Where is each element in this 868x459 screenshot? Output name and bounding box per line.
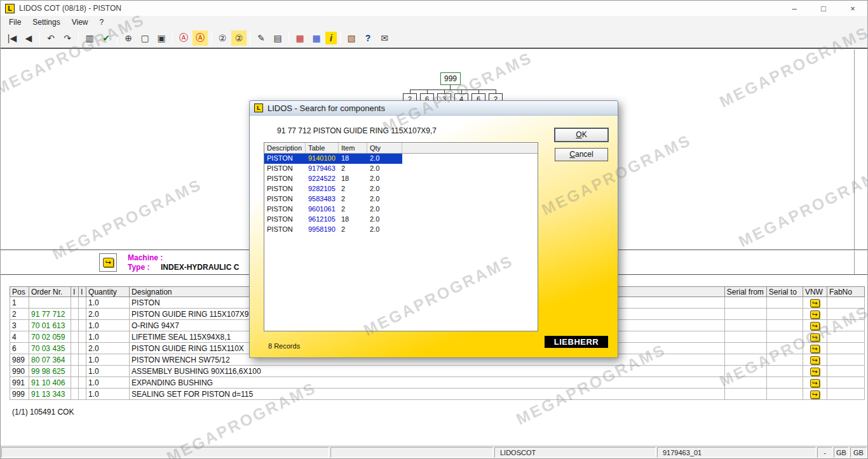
find-position-button[interactable]: ② — [215, 30, 230, 46]
col-serial-to[interactable]: Serial to — [766, 287, 803, 297]
vnw-cell[interactable]: ↪ — [803, 297, 827, 309]
vnw-link-icon[interactable]: ↪ — [810, 356, 820, 364]
vnw-link-icon[interactable]: ↪ — [810, 333, 820, 342]
close-button[interactable]: × — [838, 1, 867, 16]
component-row[interactable]: PISTON 9601061 2 2.0 — [264, 204, 402, 215]
col-table[interactable]: Table — [306, 143, 339, 153]
component-row[interactable]: PISTON 9179463 2 2.0 — [264, 164, 402, 174]
col-pos[interactable]: Pos — [10, 287, 29, 297]
area-divider — [854, 251, 855, 274]
find-position-next-button[interactable]: ② — [231, 30, 247, 46]
component-table-link[interactable]: 9612105 — [306, 215, 339, 225]
menu-file[interactable]: File — [3, 16, 27, 29]
order-number-cell: 70 01 613 — [29, 320, 71, 331]
col-description[interactable]: Description — [264, 143, 306, 153]
view-forward-button[interactable]: ↷ — [60, 30, 75, 46]
print-button[interactable]: ▤ — [270, 30, 285, 46]
component-table-link[interactable]: 9282105 — [306, 184, 339, 194]
maximize-button[interactable]: □ — [809, 1, 838, 16]
serial-to-cell — [766, 331, 803, 343]
parts-row[interactable]: 991 91 10 406 1.0 EXPANDING BUSHING ↪ — [10, 377, 865, 389]
component-table-link[interactable]: 9583483 — [306, 194, 339, 204]
vnw-cell[interactable]: ↪ — [803, 354, 827, 366]
hotspot-list-button[interactable]: ▦ — [309, 30, 324, 46]
component-row[interactable]: PISTON 9140100 18 2.0 — [264, 154, 402, 164]
menu-view[interactable]: View — [66, 16, 94, 29]
hotspot-999[interactable]: 999 — [440, 72, 461, 85]
fabno-cell — [827, 297, 864, 309]
parts-row[interactable]: 990 99 98 625 1.0 ASSEMBLY BUSHING 90X11… — [10, 366, 865, 377]
component-table-link[interactable]: 9958190 — [306, 225, 339, 235]
col-serial-from[interactable]: Serial from — [724, 287, 766, 297]
col-flag1[interactable]: I — [71, 287, 79, 297]
menu-settings[interactable]: Settings — [27, 16, 65, 29]
vnw-cell[interactable]: ↪ — [803, 309, 827, 320]
col-vnw[interactable]: VNW — [803, 287, 827, 297]
col-qty[interactable]: Qty — [367, 143, 402, 153]
component-table-link[interactable]: 9140100 — [306, 154, 339, 164]
vnw-cell[interactable]: ↪ — [803, 377, 827, 389]
zoom-icon[interactable]: ⊕ — [121, 30, 136, 46]
vnw-cell[interactable]: ↪ — [803, 331, 827, 343]
pos-cell: 3 — [10, 320, 29, 331]
col-item[interactable]: Item — [339, 143, 367, 153]
selected-part-label: 91 77 712 PISTON GUIDE RING 115X107X9,7 — [277, 126, 437, 135]
col-flag2[interactable]: I — [79, 287, 86, 297]
component-item: 2 — [339, 184, 367, 194]
fit-width-button[interactable]: ▣ — [154, 30, 169, 46]
fabno-cell — [827, 331, 864, 343]
component-description: PISTON — [264, 194, 306, 204]
component-row[interactable]: PISTON 9224522 18 2.0 — [264, 174, 402, 184]
vnw-link-icon[interactable]: ↪ — [810, 322, 820, 330]
transfer-icon: ↪ — [103, 258, 114, 267]
minimize-button[interactable]: – — [780, 1, 809, 16]
menu-help[interactable]: ? — [94, 16, 110, 29]
component-table-link[interactable]: 9601061 — [306, 204, 339, 215]
view-back-button[interactable]: ↶ — [43, 30, 58, 46]
vnw-link-icon[interactable]: ↪ — [810, 345, 820, 353]
component-table-link[interactable]: 9179463 — [306, 164, 339, 174]
vnw-cell[interactable]: ↪ — [803, 320, 827, 331]
edit-note-button[interactable]: ✎ — [254, 30, 269, 46]
toolbar: |◀ ◀ ↶ ↷ ▥ ✔ ⊕ ▢ ▣ Ⓐ Ⓐ ② ② ✎ ▤ ▦ ▦ i ▧ ?… — [1, 29, 867, 49]
component-row[interactable]: PISTON 9612105 18 2.0 — [264, 215, 402, 225]
app-logo-icon: L — [5, 4, 15, 13]
dialog-title-bar[interactable]: L LIDOS - Search for components — [250, 101, 618, 116]
cancel-button[interactable]: Cancel — [555, 148, 608, 161]
vnw-link-icon[interactable]: ↪ — [810, 368, 820, 376]
component-row[interactable]: PISTON 9282105 2 2.0 — [264, 184, 402, 194]
col-order[interactable]: Order Nr. — [29, 287, 71, 297]
vnw-link-icon[interactable]: ↪ — [810, 299, 820, 307]
vnw-cell[interactable]: ↪ — [803, 366, 827, 377]
go-first-button[interactable]: |◀ — [4, 30, 20, 46]
order-number-cell — [29, 297, 71, 309]
mail-button[interactable]: ✉ — [377, 30, 392, 46]
lidos-help-button[interactable]: ? — [360, 30, 376, 46]
fit-page-button[interactable]: ▢ — [137, 30, 153, 46]
info-button[interactable]: i — [325, 32, 337, 44]
catalog-button[interactable]: ▧ — [344, 30, 359, 46]
col-quantity[interactable]: Quantity — [86, 287, 130, 297]
serial-from-cell — [724, 331, 766, 343]
ok-button[interactable]: OK — [555, 128, 608, 142]
vnw-link-icon[interactable]: ↪ — [810, 379, 820, 387]
component-table-link[interactable]: 9224522 — [306, 174, 339, 184]
go-previous-button[interactable]: ◀ — [21, 30, 36, 46]
component-qty: 2.0 — [367, 174, 402, 184]
component-row[interactable]: PISTON 9583483 2 2.0 — [264, 194, 402, 204]
vnw-cell[interactable]: ↪ — [803, 343, 827, 354]
vnw-link-icon[interactable]: ↪ — [810, 310, 820, 319]
parts-row[interactable]: 999 91 13 343 1.0 SEALING SET FOR PISTON… — [10, 389, 865, 400]
transfer-button[interactable]: ↪ — [99, 253, 117, 272]
components-list[interactable]: Description Table Item Qty PISTON 914010… — [264, 142, 538, 331]
approve-document-button[interactable]: ✔ — [98, 30, 114, 46]
find-text-button[interactable]: Ⓐ — [176, 30, 191, 46]
toolbar-separator — [39, 32, 40, 44]
vnw-link-icon[interactable]: ↪ — [810, 390, 820, 399]
vnw-cell[interactable]: ↪ — [803, 389, 827, 400]
col-fabno[interactable]: FabNo — [827, 287, 864, 297]
parts-list-button[interactable]: ▦ — [292, 30, 308, 46]
find-text-next-button[interactable]: Ⓐ — [193, 30, 208, 46]
component-row[interactable]: PISTON 9958190 2 2.0 — [264, 225, 402, 235]
quick-print-button[interactable]: ▥ — [82, 30, 97, 46]
